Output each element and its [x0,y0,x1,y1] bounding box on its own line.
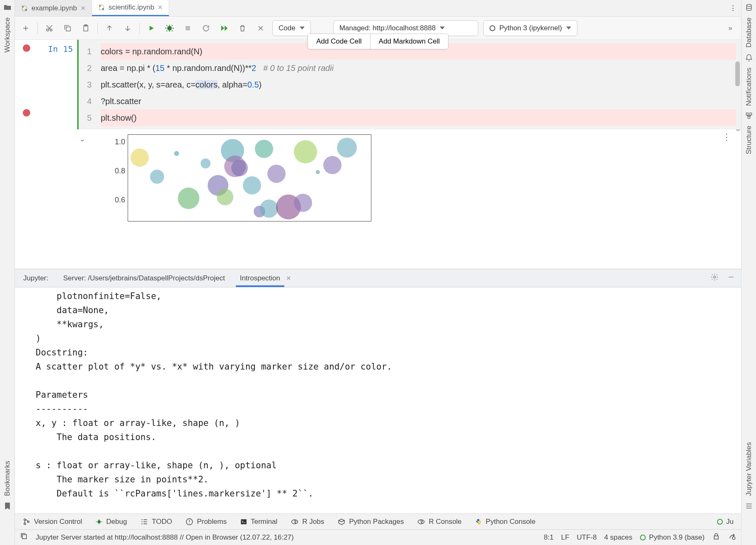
bottom-tool-bar: Version Control Debug TODO Problems Term… [15,513,741,529]
close-icon[interactable]: ✕ [158,4,163,11]
toolbar-overflow-icon[interactable]: » [724,22,737,35]
cell-prompt: In 15 [38,40,77,129]
minimize-icon[interactable] [727,273,735,283]
bookmark-icon[interactable] [3,502,12,510]
cell-type-dropdown[interactable]: Code [272,20,311,36]
python-console-button[interactable]: Python Console [475,518,536,526]
collapse-output-icon[interactable]: ⌄ [79,134,85,144]
paste-button[interactable] [79,22,92,35]
svg-point-9 [167,26,172,30]
caret-position[interactable]: 8:1 [544,533,554,542]
r-jobs-button[interactable]: R Jobs [291,518,324,526]
clear-outputs-button[interactable] [254,22,267,35]
docstring-content[interactable]: plotnonfinite=False, data=None, **kwargs… [15,287,741,513]
close-icon[interactable]: ✕ [80,5,86,12]
introspection-tab[interactable]: Introspection [238,270,282,287]
variables-icon[interactable] [745,502,753,510]
bookmarks-label[interactable]: Bookmarks [3,461,12,496]
svg-point-11 [714,276,716,278]
jupyter-file-icon [21,5,28,12]
copy-icon[interactable] [20,532,28,543]
svg-point-22 [732,537,735,540]
jupyter-tab-label[interactable]: Jupyter: [22,270,50,287]
breakpoint-gutter[interactable] [15,40,38,129]
svg-rect-21 [714,536,718,539]
python-packages-button[interactable]: Python Packages [337,518,404,526]
kernel-label: Python 3 (ipykernel) [499,24,562,32]
line-ending[interactable]: LF [561,533,569,542]
cell-type-label: Code [279,24,296,32]
add-cell-button[interactable] [19,22,32,35]
tab-scientific[interactable]: scientific.ipynb ✕ [92,0,170,16]
r-console-button[interactable]: R Console [417,518,461,526]
svg-rect-20 [22,535,27,539]
settings-sync-icon[interactable] [728,532,736,543]
notebook-editor: ✔ In 15 12345 colors = np.random.rand(N)… [15,40,741,513]
interpreter[interactable]: Python 3.9 (base) [640,533,705,542]
stop-button[interactable] [181,22,194,35]
cut-button[interactable] [43,22,56,35]
version-control-button[interactable]: Version Control [22,518,82,526]
debug-cell-button[interactable] [163,22,176,35]
todo-button[interactable]: TODO [140,518,172,526]
notifications-label[interactable]: Notifications [745,68,753,106]
main-area: example.ipynb ✕ scientific.ipynb ✕ ⋮ Cod… [15,0,741,545]
svg-point-23 [746,5,751,7]
svg-point-12 [24,518,26,520]
structure-label[interactable]: Structure [745,126,753,154]
kernel-status-icon [489,25,495,31]
terminal-button[interactable]: Terminal [240,518,277,526]
server-tab[interactable]: Server: /Users/jetbrains/DataspellProjec… [61,270,226,287]
tab-example[interactable]: example.ipynb ✕ [15,0,92,16]
status-message[interactable]: Jupyter Server started at http://localho… [36,533,294,542]
tab-overflow-icon[interactable]: ⋮ [724,0,741,16]
indent[interactable]: 4 spaces [604,533,632,542]
add-markdown-cell-button[interactable]: Add Markdown Cell [371,34,448,49]
workspace-folder-icon[interactable] [3,3,12,12]
run-all-button[interactable] [218,22,231,35]
debug-button[interactable]: Debug [95,518,127,526]
problems-button[interactable]: Problems [185,518,227,526]
notifications-icon[interactable] [745,54,753,62]
output-actions-icon[interactable]: ⋮ [722,132,732,143]
svg-rect-10 [186,26,190,30]
code-cell[interactable]: In 15 12345 colors = np.random.rand(N)ar… [15,40,741,129]
database-label[interactable]: Database [745,17,753,48]
svg-rect-6 [66,27,70,31]
gear-icon[interactable] [710,273,719,283]
close-tab-icon[interactable]: ✕ [286,275,291,282]
restart-button[interactable] [199,22,213,35]
jupyter-button[interactable]: Ju [717,518,734,526]
delete-cell-button[interactable] [236,22,249,35]
move-down-button[interactable] [121,22,134,35]
encoding[interactable]: UTF-8 [577,533,597,542]
breakpoint-icon[interactable] [23,44,30,52]
jupyter-status-icon [717,519,723,525]
scatter-chart: 1.00.80.6 [106,134,371,221]
lock-icon[interactable] [712,532,720,543]
status-bar: Jupyter Server started at http://localho… [15,529,741,545]
svg-rect-17 [241,519,247,524]
tab-label: scientific.ipynb [109,3,155,12]
svg-point-18 [292,520,298,524]
copy-button[interactable] [61,22,74,35]
kernel-dropdown[interactable]: Python 3 (ipykernel) [483,20,577,36]
server-label: Managed: http://localhost:8888 [339,24,436,32]
move-up-button[interactable] [103,22,116,35]
breakpoint-icon[interactable] [23,109,30,117]
notebook-toolbar: Code Managed: http://localhost:8888 Pyth… [15,17,741,40]
code-area[interactable]: colors = np.random.rand(N)area = np.pi *… [96,40,741,129]
svg-rect-26 [748,117,750,119]
jupyter-vars-label[interactable]: Jupyter Variables [745,442,753,496]
structure-icon[interactable] [745,112,753,120]
add-code-cell-button[interactable]: Add Code Cell [308,34,371,49]
database-icon[interactable] [745,3,753,12]
svg-rect-24 [746,113,748,115]
tool-panel-tabs: Jupyter: Server: /Users/jetbrains/Datasp… [15,269,741,287]
tab-label: example.ipynb [32,4,77,12]
left-tool-rail: Workspace Bookmarks [0,0,15,545]
chevron-down-icon [566,27,571,29]
run-cell-button[interactable] [145,22,158,35]
workspace-label[interactable]: Workspace [3,17,12,53]
panel-scrollbar[interactable] [735,61,740,86]
